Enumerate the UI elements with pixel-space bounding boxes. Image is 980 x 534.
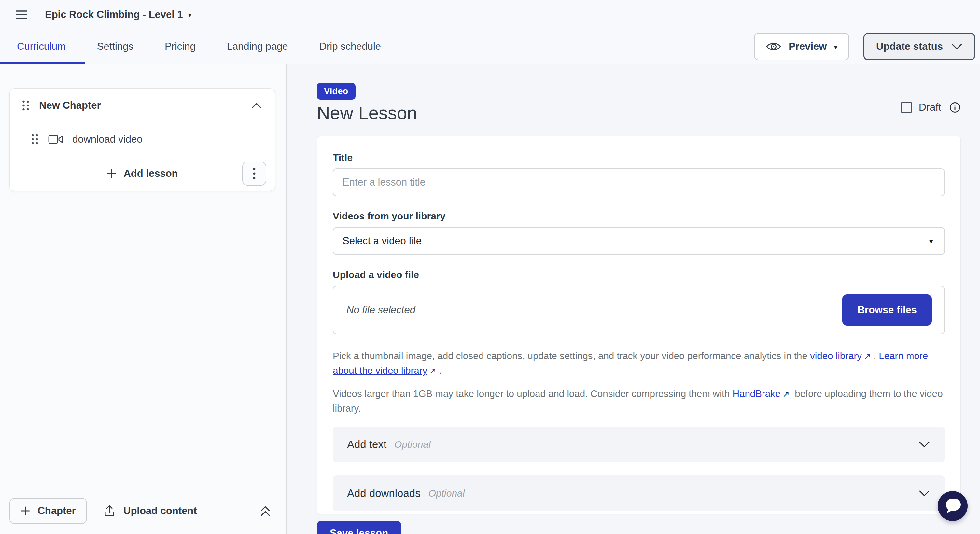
video-library-label: Videos from your library xyxy=(333,211,945,222)
chat-widget-button[interactable] xyxy=(938,491,967,521)
video-library-help-text: Pick a thumbnail image, add closed capti… xyxy=(333,349,945,378)
tab-settings[interactable]: Settings xyxy=(97,41,134,52)
save-lesson-button[interactable]: Save lesson xyxy=(317,521,401,534)
optional-hint: Optional xyxy=(394,439,431,450)
sidebar-footer: Chapter Upload content xyxy=(0,488,286,534)
no-file-text: No file selected xyxy=(347,304,415,316)
course-title-dropdown[interactable]: Epic Rock Climbing - Level 1 ▾ xyxy=(45,9,191,21)
drag-handle-icon[interactable] xyxy=(31,134,38,145)
chapter-title: New Chapter xyxy=(39,100,100,111)
info-icon[interactable] xyxy=(949,102,961,113)
help-text: . xyxy=(439,365,441,376)
caret-down-icon: ▾ xyxy=(834,43,837,50)
chapter-card: New Chapter download video xyxy=(10,88,275,191)
upload-field: Upload a video file No file selected Bro… xyxy=(333,269,945,334)
help-text: Pick a thumbnail image, add closed capti… xyxy=(333,350,810,361)
add-text-label: Add text xyxy=(347,438,387,451)
optional-hint: Optional xyxy=(428,488,465,499)
chat-bubble-icon xyxy=(944,497,961,515)
course-title-text: Epic Rock Climbing - Level 1 xyxy=(45,9,183,21)
caret-down-icon: ▾ xyxy=(929,237,933,246)
add-lesson-label: Add lesson xyxy=(123,168,178,180)
tab-curriculum[interactable]: Curriculum xyxy=(17,41,66,52)
add-lesson-button[interactable]: Add lesson xyxy=(107,168,178,180)
chevron-up-icon[interactable] xyxy=(251,102,262,109)
chevron-down-icon xyxy=(951,43,963,50)
upload-field-label: Upload a video file xyxy=(333,269,945,280)
add-chapter-label: Chapter xyxy=(37,505,76,517)
drag-handle-icon[interactable] xyxy=(22,100,29,111)
top-bar: Epic Rock Climbing - Level 1 ▾ xyxy=(0,0,980,29)
draft-toggle-group: Draft xyxy=(900,101,961,113)
add-text-accordion[interactable]: Add text Optional xyxy=(333,426,945,462)
title-field-label: Title xyxy=(333,152,945,163)
video-camera-icon xyxy=(48,134,63,145)
tabs: Curriculum Settings Pricing Landing page… xyxy=(17,41,381,52)
video-library-field: Videos from your library Select a video … xyxy=(333,211,945,255)
draft-checkbox[interactable] xyxy=(900,102,912,113)
external-link-icon[interactable]: ↗ xyxy=(429,366,436,376)
lesson-editor: Video New Lesson Draft Title Vide xyxy=(286,65,980,534)
lesson-header: Video New Lesson Draft xyxy=(317,83,961,123)
update-status-button[interactable]: Update status xyxy=(864,33,975,60)
compression-help-text: Videos larger than 1GB may take longer t… xyxy=(333,386,945,415)
page-title: New Lesson xyxy=(317,102,417,123)
add-downloads-label: Add downloads xyxy=(347,487,421,499)
lesson-form-card: Title Videos from your library Select a … xyxy=(317,136,961,514)
hamburger-menu-icon[interactable] xyxy=(14,8,29,22)
chevron-down-icon xyxy=(919,441,930,448)
eye-icon xyxy=(766,41,781,52)
update-status-label: Update status xyxy=(876,41,943,52)
lesson-row[interactable]: download video xyxy=(10,122,275,156)
help-text: . xyxy=(873,350,879,361)
active-tab-underline xyxy=(0,62,85,65)
add-chapter-button[interactable]: Chapter xyxy=(10,498,87,524)
upload-icon xyxy=(104,504,115,517)
video-library-selected-value: Select a video file xyxy=(342,235,422,247)
lesson-type-badge: Video xyxy=(317,83,356,100)
file-upload-box: No file selected Browse files xyxy=(333,286,945,334)
plus-icon xyxy=(107,168,116,178)
preview-button[interactable]: Preview ▾ xyxy=(754,33,849,60)
handbrake-link[interactable]: HandBrake xyxy=(733,388,781,399)
help-text: Videos larger than 1GB may take longer t… xyxy=(333,388,733,399)
draft-label: Draft xyxy=(919,101,941,113)
chapter-kebab-menu-button[interactable] xyxy=(242,162,266,186)
chevron-down-icon xyxy=(919,490,930,497)
tab-bar: Curriculum Settings Pricing Landing page… xyxy=(0,29,980,65)
chapter-footer: Add lesson xyxy=(10,156,275,191)
header-actions: Preview ▾ Update status xyxy=(754,33,975,60)
lesson-title: download video xyxy=(72,134,142,145)
collapse-all-icon[interactable] xyxy=(259,504,272,518)
tab-drip-schedule[interactable]: Drip schedule xyxy=(320,41,381,52)
upload-content-button[interactable]: Upload content xyxy=(104,504,197,517)
page-body: New Chapter download video xyxy=(0,65,980,534)
external-link-icon[interactable]: ↗ xyxy=(783,389,789,399)
lesson-title-input[interactable] xyxy=(333,168,945,196)
tab-pricing[interactable]: Pricing xyxy=(165,41,196,52)
tab-landing-page[interactable]: Landing page xyxy=(227,41,288,52)
chapter-header: New Chapter xyxy=(10,89,275,122)
video-library-select[interactable]: Select a video file ▾ xyxy=(333,227,945,255)
title-field: Title xyxy=(333,152,945,196)
curriculum-sidebar: New Chapter download video xyxy=(0,65,286,534)
plus-icon xyxy=(21,506,30,516)
video-library-link[interactable]: video library xyxy=(810,350,862,361)
caret-down-icon: ▾ xyxy=(188,11,192,18)
add-downloads-accordion[interactable]: Add downloads Optional xyxy=(333,475,945,511)
upload-content-label: Upload content xyxy=(123,505,197,517)
preview-label: Preview xyxy=(789,41,827,52)
browse-files-button[interactable]: Browse files xyxy=(842,294,932,326)
external-link-icon[interactable]: ↗ xyxy=(864,351,871,361)
